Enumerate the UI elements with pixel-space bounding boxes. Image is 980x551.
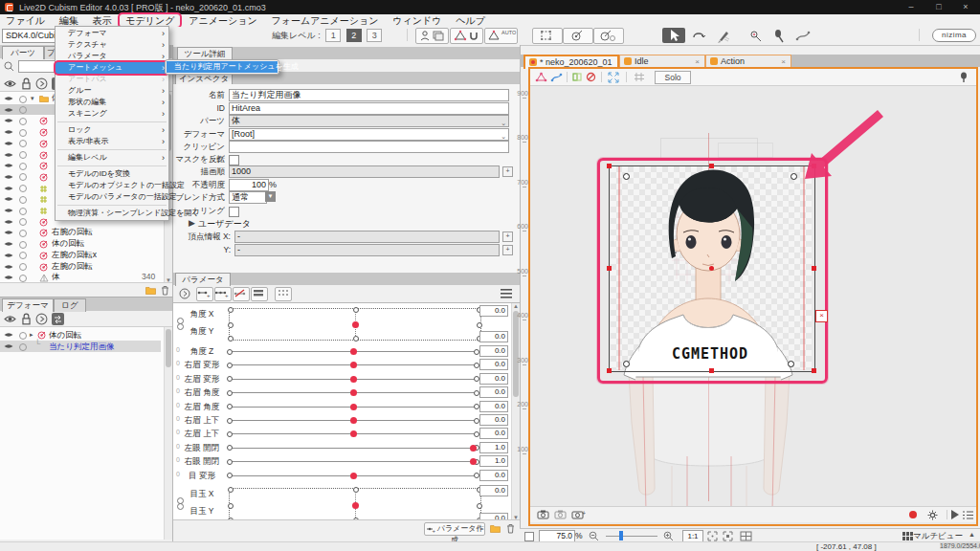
opacity-field[interactable]: 100 (229, 179, 269, 191)
lock-ring[interactable] (19, 241, 27, 249)
parameter-value[interactable]: 1.0 (479, 455, 508, 467)
parameter-slider[interactable] (229, 379, 478, 380)
lock-icon[interactable] (20, 313, 33, 325)
playlist-icon[interactable] (963, 511, 973, 519)
grid-icon[interactable] (634, 72, 645, 82)
model-display-button[interactable] (415, 28, 449, 44)
parameter-value[interactable]: 0.0 (479, 428, 508, 439)
lock-ring[interactable] (19, 118, 27, 125)
glue-tool-1[interactable] (745, 28, 766, 43)
warp-deformer-tool[interactable] (532, 28, 563, 44)
slider-dot[interactable] (350, 404, 357, 410)
menu-animation[interactable]: アニメーション (183, 14, 262, 27)
arrow-tool[interactable] (662, 28, 685, 43)
parameter-slider[interactable] (229, 461, 478, 462)
selection-center-dot[interactable] (709, 266, 714, 271)
eye-icon[interactable] (4, 162, 13, 169)
eye-icon[interactable] (4, 263, 13, 271)
menu-item-texture[interactable]: テクスチャ (56, 39, 168, 51)
mesh-corner-point[interactable] (623, 361, 630, 367)
swap-view-icon[interactable] (52, 313, 64, 325)
zoom-slider-handle[interactable] (619, 531, 623, 540)
delete-handle[interactable]: × (815, 310, 828, 322)
menu-item-parameter[interactable]: パラメータ (56, 51, 168, 62)
lock-ring[interactable] (19, 343, 27, 351)
expand-view-icon[interactable] (608, 72, 619, 83)
lock-ring[interactable] (19, 252, 27, 259)
new-folder-icon[interactable] (490, 524, 501, 533)
eye-icon[interactable] (4, 240, 13, 248)
parts-select[interactable]: 体⌄ (229, 115, 509, 127)
eye-icon[interactable] (4, 106, 13, 114)
background-color-swatch[interactable] (524, 532, 534, 541)
eye-icon[interactable] (4, 140, 13, 147)
brush-tool[interactable] (712, 28, 735, 43)
eye-icon[interactable] (4, 218, 13, 226)
path-edit-icon[interactable] (550, 72, 563, 82)
lock-ring[interactable] (19, 140, 27, 147)
minimize-button[interactable]: – (898, 0, 924, 14)
edit-level-1[interactable]: 1 (325, 29, 341, 42)
selection-handle[interactable] (709, 164, 714, 168)
tree-row-left-arm-rotation-x[interactable]: 左腕の回転x (0, 250, 161, 261)
play-button[interactable] (951, 510, 959, 519)
parameter-slider[interactable] (229, 392, 478, 393)
caret-right-icon[interactable]: ▶ (189, 218, 195, 228)
blend-select[interactable]: 通常 (229, 191, 267, 204)
canvas-viewport[interactable]: Solo (528, 67, 978, 526)
parameter-2d-value-dot[interactable] (352, 502, 359, 509)
eye-icon[interactable] (4, 117, 13, 124)
selection-handle[interactable] (607, 368, 612, 373)
parameter-group-button[interactable] (275, 287, 292, 301)
parameter-value[interactable]: 0.0 (479, 331, 508, 342)
tree-row-left-arm-rotation[interactable]: 左腕の回転 (0, 261, 161, 273)
rotate-deformer-sub-tool[interactable] (593, 28, 624, 44)
selection-handle[interactable] (812, 368, 816, 373)
onion-skin-icon[interactable] (572, 72, 583, 82)
pin-icon[interactable] (959, 72, 969, 83)
tree-row-body-rotation-deformer[interactable]: ▸ 体の回転 (0, 329, 161, 341)
lock-ring[interactable] (19, 96, 27, 103)
lock-ring[interactable] (19, 275, 27, 282)
eye-icon[interactable] (4, 274, 13, 281)
close-button[interactable]: × (952, 0, 979, 14)
selection-handle[interactable] (607, 266, 612, 271)
snap-mesh-button[interactable] (450, 28, 483, 44)
slider-dot[interactable] (350, 389, 357, 396)
eye-icon[interactable] (4, 207, 13, 214)
menu-item-artmesh[interactable]: アートメッシュ (56, 62, 168, 74)
deformer-scrollbar[interactable] (164, 327, 172, 540)
delete-key-button[interactable] (233, 287, 250, 301)
lock-ring[interactable] (19, 185, 27, 192)
eye-icon[interactable] (4, 151, 13, 159)
eye-icon[interactable] (4, 185, 13, 192)
lock-ring[interactable] (19, 106, 27, 114)
tab-log[interactable]: ログ (54, 298, 86, 312)
spinner-button[interactable] (502, 166, 513, 177)
parameter-value[interactable]: 0.0 (479, 373, 508, 385)
add-key-2point-button[interactable]: + (196, 287, 213, 301)
create-parameter-button[interactable]: + パラメータ作成 (424, 522, 485, 536)
search-icon[interactable] (3, 60, 15, 73)
disable-icon[interactable] (586, 72, 596, 82)
new-folder-icon[interactable] (145, 286, 156, 295)
hamburger-menu-icon[interactable] (501, 289, 512, 298)
vertex-x-field[interactable]: - (234, 231, 500, 243)
parameter-value[interactable]: 0.0 (479, 485, 508, 496)
menu-file[interactable]: ファイル (0, 14, 51, 27)
menu-item-show-hide[interactable]: 表示/非表示 (56, 136, 168, 147)
eye-icon[interactable] (4, 128, 13, 136)
menu-item-edit-level[interactable]: 編集レベル (56, 152, 168, 164)
fit-selection-icon[interactable] (723, 531, 733, 541)
expand-all-icon[interactable] (35, 313, 48, 325)
spinner-button[interactable] (502, 245, 513, 255)
lock-ring[interactable] (19, 332, 27, 340)
spinner-button[interactable] (502, 231, 513, 242)
lock-ring[interactable] (19, 151, 27, 159)
parameter-slider[interactable] (229, 475, 478, 476)
deformer-select[interactable]: [Root]⌄ (229, 128, 509, 141)
zoom-in-icon[interactable] (663, 531, 674, 541)
slider-dot[interactable] (350, 348, 357, 355)
eye-icon[interactable] (4, 195, 13, 203)
parameter-value[interactable]: 0.0 (479, 386, 508, 398)
